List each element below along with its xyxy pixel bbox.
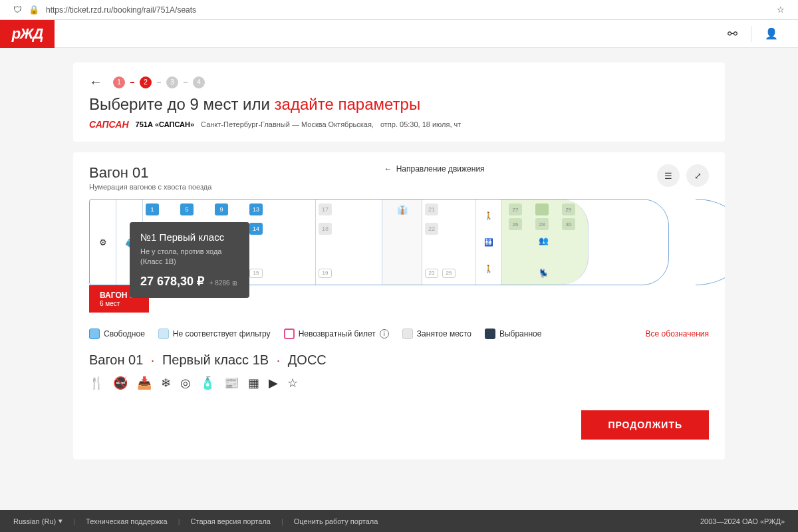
meeting-icon: 👥 [539,236,549,245]
accessibility-icon[interactable]: ⚯ [728,27,737,41]
aisle-15: 15 [249,269,263,278]
user-account-icon[interactable]: 👤 [765,27,778,40]
seat-tooltip: №1 Первый класс Не у стола, против хода … [130,222,249,298]
entry-section: 🚶 🚻 🚶 [475,200,502,285]
class-info: Вагон 01 · Первый класс 1В · ДОСС [89,352,709,368]
step-2: 2 [140,76,152,88]
header-card: ← 1 2 3 4 Выберите до 9 мест или задайте… [73,63,725,142]
all-legend-link[interactable]: Все обозначения [646,329,709,338]
step-4: 4 [193,76,205,88]
list-view-button[interactable]: ☰ [657,164,680,187]
aisle-23: 23 [425,269,438,278]
train-route: Санкт-Петербург-Главный — Москва Октябрь… [201,120,374,128]
wagon-title: Вагон 01 [89,164,211,182]
person-icon: 🚶 [484,211,493,220]
browser-address-bar: 🛡 🔒 https://ticket.rzd.ru/booking/rail/7… [0,0,798,20]
site-header: pЖД ⚯ 👤 [0,20,798,48]
hanger-icon: 👔 [397,205,408,215]
direction-arrow-icon: ← [384,164,392,174]
seat-9[interactable]: 9 [215,203,228,215]
ac-icon: ❄ [161,376,171,390]
legend-occupied-box [402,329,413,339]
legend-filter-box [158,329,169,339]
seat-legend: Свободное Не соответствует фильтру Невоз… [89,329,709,339]
seat-13[interactable]: 13 [249,203,263,215]
wagon-nose [696,199,725,285]
continue-button[interactable]: ПРОДОЛЖИТЬ [581,410,709,440]
seat-22: 22 [425,223,438,235]
seat-5[interactable]: 5 [180,203,194,215]
hygiene-icon: 🧴 [200,376,215,390]
biotoilet-icon: ◎ [180,376,191,390]
step-1[interactable]: 1 [113,76,125,88]
separator [751,26,751,42]
bedding-icon: ▦ [248,376,259,390]
closet-section: 👔 [382,200,422,285]
train-info: САПСАН 751А «САПСАН» Санкт-Петербург-Гла… [89,119,709,130]
train-number: 751А «САПСАН» [136,120,195,128]
gear-icon: ⚙ [99,237,107,247]
seat-28[interactable]: 28 [535,218,549,230]
legend-selected-box [485,329,495,339]
seat-21: 21 [425,203,438,215]
wagon-seat-map: ⚙ 🧳 1 5 9 13 2 6 10 [89,199,669,285]
luggage-shelf-icon: 📥 [137,376,152,390]
seat-29[interactable]: 29 [562,203,575,215]
tooltip-desc: Не у стола, против хода (Класс 1В) [140,247,239,267]
shield-icon: 🛡 [13,5,22,15]
bookmark-star-icon[interactable]: ☆ [777,5,785,15]
wc-icon: 🚻 [484,238,493,247]
set-params-link[interactable]: задайте параметры [275,95,421,113]
seat-17: 17 [319,203,332,215]
back-arrow-icon[interactable]: ← [89,74,102,90]
legend-free-box [89,329,100,339]
armchair-icon: 💺 [539,269,549,278]
seat-18: 18 [319,223,332,235]
tooltip-bonus: + 8286 [209,279,230,287]
wagon-subtitle: Нумерация вагонов с хвоста поезда [89,183,211,191]
lounge-section: 27 29 26 28 30 👥 💺 [502,200,589,285]
seat-1[interactable]: 1 [146,203,159,215]
step-3: 3 [166,76,178,88]
tooltip-price: 27 678,30 ₽ [140,275,204,288]
aisle-19: 19 [319,269,332,278]
tooltip-title: №1 Первый класс [140,231,239,243]
lounge-table [535,203,549,215]
legend-nonref-box [284,329,295,339]
nosmoking-icon: 🚭 [113,376,128,390]
url-text: https://ticket.rzd.ru/booking/rail/751A/… [46,5,770,15]
sapsan-brand-icon: САПСАН [89,119,129,130]
seat-27[interactable]: 27 [509,203,522,215]
food-icon: 🍴 [89,376,104,390]
bonus-icon: ⊞ [232,280,237,287]
lock-icon: 🔒 [29,5,39,15]
tv-icon: ▶ [269,376,278,390]
seat-selection-card: Вагон 01 Нумерация вагонов с хвоста поез… [73,152,725,460]
aisle-25: 25 [442,269,456,278]
press-icon: 📰 [224,376,239,390]
star-service-icon: ☆ [287,376,298,390]
expand-button[interactable]: ⤢ [686,164,709,187]
info-icon[interactable]: i [380,329,389,338]
person-icon-2: 🚶 [484,265,493,273]
seat-14[interactable]: 14 [249,223,263,235]
seat-30[interactable]: 30 [562,218,575,230]
settings-section[interactable]: ⚙ [90,200,116,285]
seat-26[interactable]: 26 [509,218,522,230]
amenities-row: 🍴 🚭 📥 ❄ ◎ 🧴 📰 ▦ ▶ ☆ [89,376,709,390]
train-departure: отпр. 05:30, 18 июля, чт [380,120,461,128]
page-title: Выберите до 9 мест или задайте параметры [89,95,709,114]
rzd-logo[interactable]: pЖД [0,20,55,48]
direction-label: ← Направление движения [384,164,485,174]
